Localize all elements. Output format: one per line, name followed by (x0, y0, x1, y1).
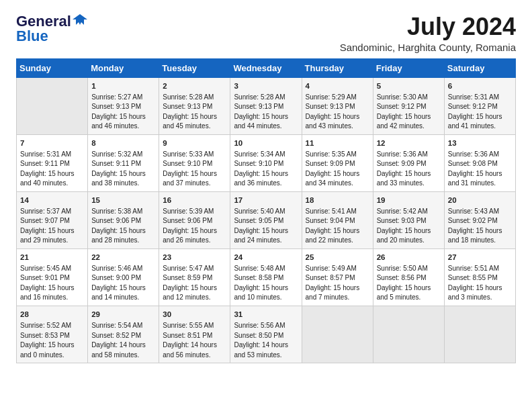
day-number: 16 (163, 195, 226, 205)
cell-details: Sunrise: 5:42 AMSunset: 9:03 PMDaylight:… (377, 207, 441, 246)
cell-details: Sunrise: 5:28 AMSunset: 9:13 PMDaylight:… (163, 93, 226, 132)
cell-details: Sunrise: 5:32 AMSunset: 9:11 PMDaylight:… (91, 150, 155, 189)
calendar-cell: 4Sunrise: 5:29 AMSunset: 9:13 PMDaylight… (302, 77, 373, 134)
calendar-cell: 1Sunrise: 5:27 AMSunset: 9:13 PMDaylight… (88, 77, 159, 134)
day-number: 10 (234, 138, 298, 148)
calendar-cell: 29Sunrise: 5:54 AMSunset: 8:52 PMDayligh… (88, 306, 159, 363)
cell-details: Sunrise: 5:45 AMSunset: 9:01 PMDaylight:… (20, 264, 84, 303)
cell-details: Sunrise: 5:31 AMSunset: 9:12 PMDaylight:… (448, 93, 512, 132)
calendar-cell: 10Sunrise: 5:34 AMSunset: 9:10 PMDayligh… (230, 134, 302, 191)
day-number: 11 (306, 138, 369, 148)
day-number: 30 (163, 309, 226, 320)
cell-details: Sunrise: 5:27 AMSunset: 9:13 PMDaylight:… (91, 93, 155, 132)
cell-details: Sunrise: 5:33 AMSunset: 9:10 PMDaylight:… (163, 150, 226, 189)
day-number: 26 (377, 252, 441, 263)
calendar-cell: 24Sunrise: 5:48 AMSunset: 8:58 PMDayligh… (230, 248, 302, 306)
calendar-cell (302, 306, 373, 363)
day-number: 13 (448, 138, 512, 148)
calendar-week-row: 7Sunrise: 5:31 AMSunset: 9:11 PMDaylight… (17, 134, 516, 191)
calendar-cell: 3Sunrise: 5:28 AMSunset: 9:13 PMDaylight… (230, 77, 302, 134)
calendar-cell: 23Sunrise: 5:47 AMSunset: 8:59 PMDayligh… (159, 248, 230, 306)
calendar-cell: 12Sunrise: 5:36 AMSunset: 9:09 PMDayligh… (373, 134, 444, 191)
calendar-week-row: 21Sunrise: 5:45 AMSunset: 9:01 PMDayligh… (17, 248, 516, 306)
cell-details: Sunrise: 5:35 AMSunset: 9:09 PMDaylight:… (306, 150, 369, 189)
header-thursday: Thursday (302, 58, 373, 77)
day-number: 1 (91, 81, 155, 91)
calendar-cell: 26Sunrise: 5:50 AMSunset: 8:56 PMDayligh… (373, 248, 444, 306)
cell-details: Sunrise: 5:50 AMSunset: 8:56 PMDaylight:… (377, 264, 441, 303)
calendar-cell: 18Sunrise: 5:41 AMSunset: 9:04 PMDayligh… (302, 191, 373, 248)
day-number: 14 (20, 195, 84, 205)
calendar-cell: 5Sunrise: 5:30 AMSunset: 9:12 PMDaylight… (373, 77, 444, 134)
day-number: 27 (448, 252, 512, 263)
cell-details: Sunrise: 5:29 AMSunset: 9:13 PMDaylight:… (306, 93, 369, 132)
header-wednesday: Wednesday (230, 58, 302, 77)
cell-details: Sunrise: 5:38 AMSunset: 9:06 PMDaylight:… (91, 207, 155, 246)
cell-details: Sunrise: 5:56 AMSunset: 8:50 PMDaylight:… (234, 321, 298, 360)
location-subtitle: Sandominic, Harghita County, Romania (340, 42, 516, 53)
calendar-cell (17, 77, 88, 134)
calendar-cell (373, 306, 444, 363)
cell-details: Sunrise: 5:55 AMSunset: 8:51 PMDaylight:… (163, 321, 226, 360)
cell-details: Sunrise: 5:36 AMSunset: 9:09 PMDaylight:… (377, 150, 441, 189)
day-number: 19 (377, 195, 441, 205)
header-saturday: Saturday (444, 58, 515, 77)
cell-details: Sunrise: 5:48 AMSunset: 8:58 PMDaylight:… (234, 264, 298, 303)
day-number: 5 (377, 81, 441, 91)
day-number: 15 (91, 195, 155, 205)
title-block: July 2024 Sandominic, Harghita County, R… (340, 13, 516, 53)
day-number: 8 (91, 138, 155, 148)
cell-details: Sunrise: 5:28 AMSunset: 9:13 PMDaylight:… (234, 93, 298, 132)
day-number: 3 (234, 81, 298, 91)
header-tuesday: Tuesday (159, 58, 230, 77)
calendar-week-row: 1Sunrise: 5:27 AMSunset: 9:13 PMDaylight… (17, 77, 516, 134)
day-number: 12 (377, 138, 441, 148)
cell-details: Sunrise: 5:30 AMSunset: 9:12 PMDaylight:… (377, 93, 441, 132)
calendar-cell: 19Sunrise: 5:42 AMSunset: 9:03 PMDayligh… (373, 191, 444, 248)
day-number: 24 (234, 252, 298, 263)
day-number: 2 (163, 81, 226, 91)
day-number: 22 (91, 252, 155, 263)
logo-blue-text: Blue (16, 28, 48, 44)
calendar-cell: 7Sunrise: 5:31 AMSunset: 9:11 PMDaylight… (17, 134, 88, 191)
cell-details: Sunrise: 5:54 AMSunset: 8:52 PMDaylight:… (91, 321, 155, 360)
calendar-week-row: 28Sunrise: 5:52 AMSunset: 8:53 PMDayligh… (17, 306, 516, 363)
calendar-cell: 22Sunrise: 5:46 AMSunset: 9:00 PMDayligh… (88, 248, 159, 306)
day-number: 18 (306, 195, 369, 205)
header-sunday: Sunday (17, 58, 88, 77)
cell-details: Sunrise: 5:47 AMSunset: 8:59 PMDaylight:… (163, 264, 226, 303)
cell-details: Sunrise: 5:40 AMSunset: 9:05 PMDaylight:… (234, 207, 298, 246)
calendar-cell: 16Sunrise: 5:39 AMSunset: 9:06 PMDayligh… (159, 191, 230, 248)
header-monday: Monday (88, 58, 159, 77)
cell-details: Sunrise: 5:43 AMSunset: 9:02 PMDaylight:… (448, 207, 512, 246)
calendar-cell: 30Sunrise: 5:55 AMSunset: 8:51 PMDayligh… (159, 306, 230, 363)
calendar-cell: 8Sunrise: 5:32 AMSunset: 9:11 PMDaylight… (88, 134, 159, 191)
day-number: 9 (163, 138, 226, 148)
calendar-cell: 6Sunrise: 5:31 AMSunset: 9:12 PMDaylight… (444, 77, 515, 134)
cell-details: Sunrise: 5:52 AMSunset: 8:53 PMDaylight:… (20, 321, 84, 360)
cell-details: Sunrise: 5:49 AMSunset: 8:57 PMDaylight:… (306, 264, 369, 303)
calendar-cell: 9Sunrise: 5:33 AMSunset: 9:10 PMDaylight… (159, 134, 230, 191)
cell-details: Sunrise: 5:39 AMSunset: 9:06 PMDaylight:… (163, 207, 226, 246)
day-number: 29 (91, 309, 155, 320)
cell-details: Sunrise: 5:41 AMSunset: 9:04 PMDaylight:… (306, 207, 369, 246)
day-number: 23 (163, 252, 226, 263)
day-number: 25 (306, 252, 369, 263)
day-number: 7 (20, 138, 84, 148)
calendar-table: SundayMondayTuesdayWednesdayThursdayFrid… (16, 58, 516, 363)
logo: General Blue (16, 13, 87, 44)
cell-details: Sunrise: 5:31 AMSunset: 9:11 PMDaylight:… (20, 150, 84, 189)
calendar-cell: 14Sunrise: 5:37 AMSunset: 9:07 PMDayligh… (17, 191, 88, 248)
day-number: 28 (20, 309, 84, 320)
calendar-cell: 25Sunrise: 5:49 AMSunset: 8:57 PMDayligh… (302, 248, 373, 306)
cell-details: Sunrise: 5:36 AMSunset: 9:08 PMDaylight:… (448, 150, 512, 189)
logo-bird-icon (73, 13, 87, 28)
calendar-cell (444, 306, 515, 363)
day-number: 6 (448, 81, 512, 91)
calendar-cell: 13Sunrise: 5:36 AMSunset: 9:08 PMDayligh… (444, 134, 515, 191)
day-number: 4 (306, 81, 369, 91)
header-friday: Friday (373, 58, 444, 77)
calendar-cell: 31Sunrise: 5:56 AMSunset: 8:50 PMDayligh… (230, 306, 302, 363)
page-header: General Blue July 2024 Sandominic, Hargh… (16, 13, 516, 53)
calendar-header-row: SundayMondayTuesdayWednesdayThursdayFrid… (17, 58, 516, 77)
